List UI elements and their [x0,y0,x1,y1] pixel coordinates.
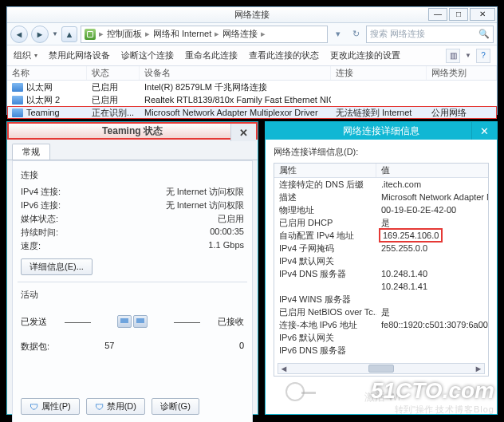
view-options-icon[interactable]: ▥ [446,49,460,63]
sent-label: 已发送 [21,316,47,328]
shield-icon: 🛡 [30,402,38,412]
packets-label: 数据包: [21,341,49,353]
network-connections-window: 网络连接 — □ ✕ ◄ ► ▼ ▲ ▸ 控制面板 ▸ 网络和 Internet… [6,6,498,115]
activity-icon [108,306,156,337]
detail-row[interactable]: IPv4 默认网关 [274,254,488,267]
detail-row[interactable]: IPv6 DNS 服务器 [274,344,488,357]
duration-value: 00:00:35 [93,227,244,239]
forward-button[interactable]: ► [31,26,49,43]
adapter-icon [12,108,23,117]
col-value[interactable]: 值 [376,164,488,177]
packets-recv: 0 [196,341,244,353]
breadcrumb-seg[interactable]: 网络和 Internet [153,28,211,40]
details-titlebar[interactable]: 网络连接详细信息 ✕ [266,122,497,140]
speed-value: 1.1 Gbps [93,240,244,252]
group-activity: 活动 [21,289,244,301]
window-title: 网络连接 [234,9,270,21]
scroll-right-icon[interactable]: ► [473,364,484,373]
media-label: 媒体状态: [21,213,93,225]
details-body: 网络连接详细信息(D): 属性 值 连接特定的 DNS 后缀.itech.com… [266,140,497,383]
change-settings-button[interactable]: 更改此连接的设置 [330,49,400,61]
details-header[interactable]: 属性 值 [274,164,488,178]
ipv4-conn-label: IPv4 连接: [21,186,93,198]
key-icon [285,382,305,401]
col-property[interactable]: 属性 [274,164,376,177]
detail-row[interactable]: IPv6 默认网关 [274,331,488,344]
detail-row[interactable]: 连接-本地 IPv6 地址fe80::1920:c501:3079:6a00%2… [274,318,488,331]
activate-windows-text: 激活 Wi [364,390,400,404]
scroll-thumb[interactable] [368,365,394,373]
detail-row[interactable]: 已启用 NetBIOS over Tc...是 [274,306,488,318]
col-name[interactable]: 名称 [7,66,87,80]
help-icon[interactable]: ? [476,49,490,63]
diagnose-button[interactable]: 诊断(G) [152,398,199,415]
refresh-icon[interactable]: ↻ [348,27,363,41]
dropdown-icon[interactable]: ▾ [331,27,345,41]
nav-bar: ◄ ► ▼ ▲ ▸ 控制面板 ▸ 网络和 Internet ▸ 网络连接 ▸ ▾… [7,23,497,45]
shield-icon: 🛡 [95,402,104,412]
adapter-icon [12,83,23,92]
up-button[interactable]: ▲ [61,26,77,42]
rename-button[interactable]: 重命名此连接 [185,49,238,61]
recv-label: 已接收 [218,316,244,328]
details-rows: 连接特定的 DNS 后缀.itech.com描述Microsoft Networ… [274,178,488,357]
disable-button[interactable]: 🛡禁用(D) [86,398,145,415]
details-title: 网络连接详细信息 [343,124,419,138]
detail-row[interactable]: IPv4 子网掩码255.255.0.0 [274,242,488,254]
ipv4-conn-value: 无 Internet 访问权限 [93,186,244,198]
col-device[interactable]: 设备名 [140,66,331,80]
close-button[interactable]: ✕ [230,124,256,141]
detail-row[interactable]: 已启用 DHCP是 [274,216,488,229]
address-bar[interactable]: ▸ 控制面板 ▸ 网络和 Internet ▸ 网络连接 ▸ [81,26,328,43]
tab-strip: 常规 [7,143,258,160]
view-dropdown-icon[interactable]: ▼ [465,52,471,59]
search-input[interactable]: 搜索 网络连接 🔍 [366,26,494,43]
scroll-left-icon[interactable]: ◄ [278,364,289,373]
status-panel: 连接 IPv4 连接:无 Internet 访问权限 IPv6 连接:无 Int… [12,160,253,422]
column-headers[interactable]: 名称 状态 设备名 连接 网络类别 [7,66,497,81]
disable-device-button[interactable]: 禁用此网络设备 [49,49,110,61]
properties-button[interactable]: 🛡属性(P) [21,398,80,415]
detail-row[interactable]: 自动配置 IPv4 地址169.254.106.0 [274,229,488,242]
detail-row[interactable]: IPv4 DNS 服务器10.248.1.40 [274,267,488,280]
breadcrumb-seg[interactable]: 控制面板 [107,28,142,40]
detail-row[interactable]: IPv4 WINS 服务器 [274,293,488,306]
view-status-button[interactable]: 查看此连接的状态 [249,49,319,61]
adapter-row[interactable]: 以太网已启用Intel(R) 82579LM 千兆网络连接 [7,81,497,93]
close-button[interactable]: ✕ [471,122,497,140]
group-connection: 连接 [21,169,244,181]
teaming-status-window: Teaming 状态 ✕ 常规 连接 IPv4 连接:无 Internet 访问… [6,121,258,415]
maximize-button[interactable]: □ [449,8,468,21]
ipv6-conn-label: IPv6 连接: [21,199,93,211]
window-buttons: — □ ✕ [428,8,495,21]
col-status[interactable]: 状态 [87,66,140,80]
titlebar: 网络连接 — □ ✕ [7,7,497,23]
adapter-icon [12,96,23,105]
adapter-row[interactable]: Teaming正在识别...Microsoft Network Adapter … [7,106,497,119]
horizontal-scrollbar[interactable]: ◄ ► [278,363,485,374]
col-category[interactable]: 网络类别 [427,66,497,80]
breadcrumb-seg[interactable]: 网络连接 [222,28,258,40]
adapter-row[interactable]: 以太网 2已启用Realtek RTL8139/810x Family Fast… [7,93,497,106]
status-titlebar[interactable]: Teaming 状态 ✕ [7,122,258,140]
search-placeholder: 搜索 网络连接 [370,28,425,40]
packets-sent: 57 [66,341,114,353]
minimize-button[interactable]: — [428,8,447,21]
col-conn[interactable]: 连接 [331,66,427,80]
detail-row[interactable]: 连接特定的 DNS 后缀.itech.com [274,178,488,191]
status-button-bar: 🛡属性(P) 🛡禁用(D) 诊断(G) [21,398,199,415]
tab-general[interactable]: 常规 [12,144,50,160]
details-button[interactable]: 详细信息(E)... [21,258,93,275]
duration-label: 持续时间: [21,227,93,239]
diagnose-button[interactable]: 诊断这个连接 [121,49,174,61]
status-title: Teaming 状态 [102,124,163,138]
ipv6-conn-value: 无 Internet 访问权限 [93,199,244,211]
recent-dropdown[interactable]: ▼ [52,30,58,37]
back-button[interactable]: ◄ [10,26,28,43]
detail-row[interactable]: 物理地址00-19-E0-2E-42-00 [274,203,488,216]
details-grid: 属性 值 连接特定的 DNS 后缀.itech.com描述Microsoft N… [274,163,489,377]
organize-menu[interactable]: 组织 [14,49,37,61]
close-button[interactable]: ✕ [470,8,495,21]
detail-row[interactable]: 描述Microsoft Network Adapter Multiplexor [274,191,488,203]
detail-row[interactable]: 10.248.1.41 [274,280,488,293]
